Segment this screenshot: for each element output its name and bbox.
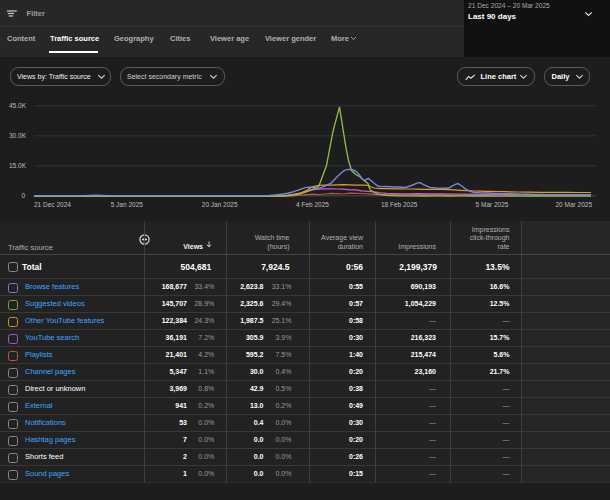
svg-text:18 Feb 2025: 18 Feb 2025 xyxy=(381,201,418,208)
svg-text:4 Feb 2025: 4 Feb 2025 xyxy=(296,201,329,208)
svg-text:21 Dec 2024: 21 Dec 2024 xyxy=(34,201,71,208)
svg-text:45.0K: 45.0K xyxy=(9,102,27,109)
svg-text:5 Jan 2025: 5 Jan 2025 xyxy=(111,201,144,208)
svg-text:0: 0 xyxy=(21,192,25,199)
svg-text:30.0K: 30.0K xyxy=(9,132,27,139)
svg-text:20 Jan 2025: 20 Jan 2025 xyxy=(202,201,238,208)
svg-text:5 Mar 2025: 5 Mar 2025 xyxy=(476,201,509,208)
svg-text:15.0K: 15.0K xyxy=(9,162,27,169)
svg-text:20 Mar 2025: 20 Mar 2025 xyxy=(556,201,593,208)
